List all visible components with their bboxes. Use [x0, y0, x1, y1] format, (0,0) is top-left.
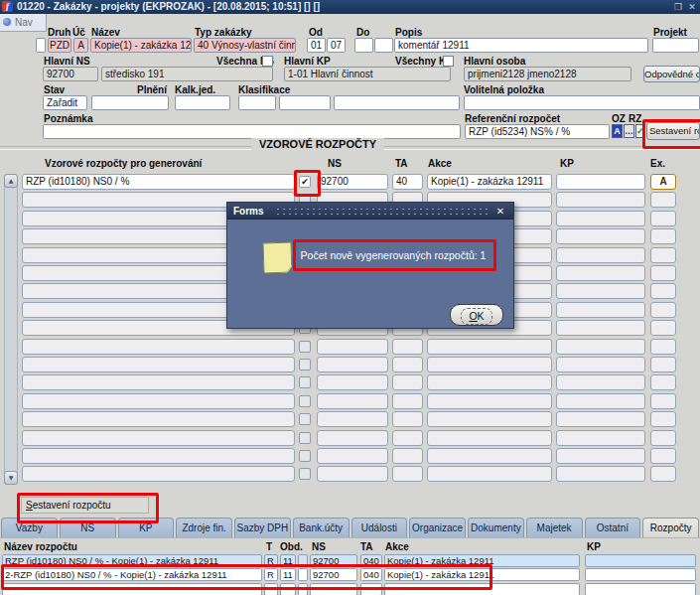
do-month-field[interactable]: [354, 38, 373, 53]
rz-icon[interactable]: ✓: [635, 124, 643, 138]
budget-spacer-cell[interactable]: [298, 568, 308, 581]
restore-icon[interactable]: ❐: [672, 1, 684, 13]
vzor-ex-field[interactable]: [650, 320, 676, 336]
vzor-generate-checkbox[interactable]: [299, 359, 311, 371]
vzor-kp-field[interactable]: [556, 228, 645, 244]
hlavni-ns-name-field[interactable]: středisko 191: [101, 67, 273, 81]
close-icon[interactable]: ✕: [686, 1, 698, 13]
budget-ns-cell[interactable]: 92700: [310, 554, 357, 567]
vzor-ta-field[interactable]: [392, 448, 423, 464]
od-month-field[interactable]: 01: [307, 38, 326, 53]
tab-rozpo-ty[interactable]: Rozpočty: [642, 518, 699, 537]
vzor-ns-field[interactable]: [317, 339, 388, 355]
vzor-ns-field[interactable]: [317, 393, 388, 409]
vzor-akce-field[interactable]: [427, 411, 552, 427]
vzor-name-field[interactable]: [22, 339, 295, 355]
vzor-ta-field[interactable]: [392, 411, 423, 427]
odpovedne-osoby-button[interactable]: Odpovědné osoby: [643, 66, 700, 82]
budget-ns-cell[interactable]: [310, 583, 357, 595]
vzor-kp-field[interactable]: [556, 339, 645, 355]
vzor-ta-field[interactable]: 40: [392, 174, 423, 190]
vzor-akce-field[interactable]: [427, 448, 552, 464]
vzor-generate-checkbox[interactable]: [299, 450, 311, 462]
vzor-kp-field[interactable]: [556, 283, 645, 299]
vzor-generate-checkbox[interactable]: [299, 395, 311, 407]
vzor-generate-checkbox[interactable]: [299, 413, 311, 425]
oz-a-icon[interactable]: A: [612, 124, 623, 138]
budget-ns-cell[interactable]: 92700: [310, 568, 357, 581]
vzor-kp-field[interactable]: [556, 411, 645, 427]
vzor-name-field[interactable]: [22, 448, 295, 464]
volitelna-polozka-field[interactable]: [464, 95, 700, 110]
vzor-ex-field[interactable]: A: [650, 174, 676, 190]
vzor-ex-field[interactable]: [650, 448, 676, 464]
budget-t-cell[interactable]: R: [264, 568, 278, 581]
vzor-kp-field[interactable]: [556, 357, 645, 372]
vzor-akce-field[interactable]: [427, 466, 552, 482]
vzor-kp-field[interactable]: [556, 247, 645, 263]
vzor-ex-field[interactable]: [650, 247, 676, 263]
tab-ostatn-[interactable]: Ostatní: [585, 518, 641, 537]
vzor-generate-checkbox[interactable]: [299, 341, 311, 353]
referencni-rozpocet-field[interactable]: RZP (id5234) NS% / %: [465, 124, 610, 139]
vzor-ex-field[interactable]: [650, 339, 676, 355]
vzor-kp-field[interactable]: [556, 466, 645, 482]
hlavni-ns-code-field[interactable]: 92700: [43, 67, 98, 81]
oz-dots-icon[interactable]: …: [624, 124, 634, 138]
vzor-kp-field[interactable]: [556, 393, 645, 409]
budget-obd-cell[interactable]: 11: [280, 568, 296, 581]
vzor-ta-field[interactable]: [392, 466, 423, 482]
tab-sazby-dph[interactable]: Sazby DPH: [234, 518, 291, 537]
vzor-generate-checkbox[interactable]: [299, 432, 311, 444]
vzor-ta-field[interactable]: [392, 393, 423, 409]
vzor-kp-field[interactable]: [556, 174, 645, 190]
vzor-akce-field[interactable]: Kopie(1) - zakázka 12911: [427, 174, 552, 190]
tab-dokumenty[interactable]: Dokumenty: [468, 518, 524, 537]
sestaveni-rozpoctu-top-button[interactable]: Sestavení rozpočtů: [646, 122, 700, 140]
record-indicator-field[interactable]: [36, 38, 46, 53]
poznamka-field[interactable]: [43, 124, 461, 139]
vzor-kp-field[interactable]: [556, 374, 645, 390]
vzor-kp-field[interactable]: [556, 211, 645, 226]
budget-t-cell[interactable]: R: [264, 554, 278, 567]
vsechna-ns-checkbox[interactable]: [262, 56, 273, 67]
kalk-jed-field[interactable]: [175, 95, 230, 110]
vzor-generate-checkbox[interactable]: [299, 376, 311, 388]
budget-obd-cell[interactable]: [280, 583, 296, 595]
vzor-ex-field[interactable]: [650, 466, 676, 482]
nazev-field[interactable]: Kopie(1) - zakázka 12911: [90, 38, 192, 53]
nav-panel-tab[interactable]: Nav: [0, 14, 47, 32]
hlavni-osoba-field[interactable]: prijmeni2128 jmeno2128: [464, 67, 631, 81]
budget-akce-cell[interactable]: [384, 583, 580, 595]
popis-field[interactable]: komentář 12911: [394, 38, 648, 53]
ok-button[interactable]: OK: [450, 304, 503, 326]
budget-name-cell[interactable]: RZP (id10180) NS0 / % - Kopie(1) - zakáz…: [2, 554, 262, 567]
dialog-close-icon[interactable]: ✕: [493, 203, 507, 220]
vzor-ex-field[interactable]: [650, 357, 676, 372]
budget-spacer-cell[interactable]: [298, 583, 308, 595]
klasifikace-field-1[interactable]: [238, 95, 276, 110]
vzor-ex-field[interactable]: [650, 283, 676, 299]
tab-ns[interactable]: NS: [60, 518, 116, 537]
vzor-kp-field[interactable]: [556, 192, 645, 208]
vzor-ns-field[interactable]: 92700: [317, 174, 388, 190]
vzor-name-field[interactable]: RZP (id10180) NS0 / %: [22, 174, 295, 190]
projekt-field[interactable]: [652, 38, 699, 53]
vzor-name-field[interactable]: [22, 430, 295, 446]
do-year-field[interactable]: [374, 38, 393, 53]
vzor-kp-field[interactable]: [556, 448, 645, 464]
budget-kp-cell[interactable]: [585, 583, 696, 595]
vzor-ta-field[interactable]: [392, 430, 423, 446]
vzor-ex-field[interactable]: [650, 228, 676, 244]
budget-obd-cell[interactable]: 11: [280, 554, 296, 567]
vzor-ex-field[interactable]: [650, 430, 676, 446]
tab-ud-losti[interactable]: Události: [351, 518, 408, 537]
vzor-ns-field[interactable]: [317, 411, 388, 427]
vzor-name-field[interactable]: [22, 357, 295, 372]
budget-ta-cell[interactable]: 040: [360, 568, 382, 581]
budget-akce-cell[interactable]: Kopie(1) - zakázka 12911: [384, 568, 580, 581]
vzor-akce-field[interactable]: [427, 430, 552, 446]
tab-zdroje-fin-[interactable]: Zdroje fin.: [176, 518, 232, 537]
vzor-kp-field[interactable]: [556, 320, 645, 336]
vzor-name-field[interactable]: [22, 374, 295, 390]
